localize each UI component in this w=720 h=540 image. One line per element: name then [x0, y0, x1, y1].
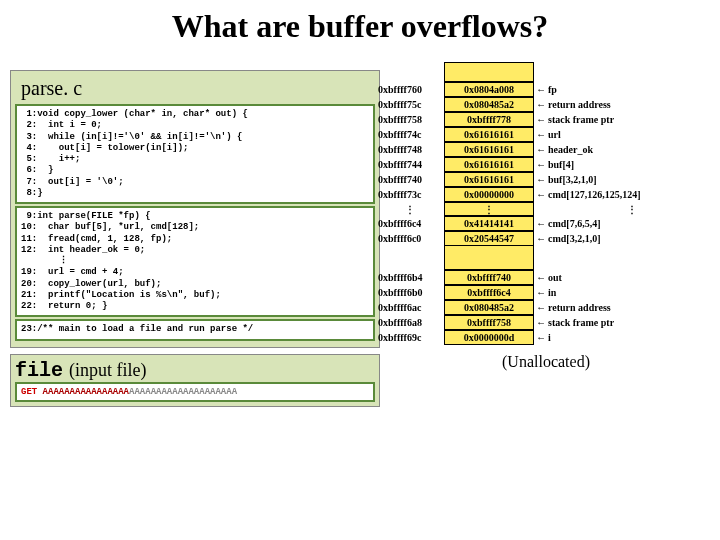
- code-block-2: 9:int parse(FILE *fp) { 10: char buf[5],…: [15, 206, 375, 317]
- arrow-icon: ←: [534, 115, 546, 125]
- arrow-icon: ←: [534, 273, 546, 283]
- stack-addr: 0xbffff75c: [376, 98, 444, 111]
- stack-label: out: [546, 272, 716, 283]
- stack-cell: 0x0000000d: [444, 330, 534, 345]
- stack-label: stack frame ptr: [546, 114, 716, 125]
- stack-label: cmd[3,2,1,0]: [546, 233, 716, 244]
- arrow-icon: ←: [534, 85, 546, 95]
- arrow-icon: ←: [534, 288, 546, 298]
- arrow-icon: ←: [534, 100, 546, 110]
- stack-cell: 0x0804a008: [444, 82, 534, 97]
- stack-addr: 0xbffff6a8: [376, 316, 444, 329]
- stack-cell: 0xbffff758: [444, 315, 534, 330]
- stack-cell: 0xbffff740: [444, 270, 534, 285]
- page-title: What are buffer overflows?: [0, 8, 720, 45]
- stack-addr: ⋮: [376, 206, 444, 213]
- arrow-icon: ←: [534, 318, 546, 328]
- stack-label: cmd[127,126,125,124]: [546, 189, 716, 200]
- stack-label: ⋮: [546, 207, 716, 212]
- stack-addr: 0xbffff760: [376, 83, 444, 96]
- stack-top: [444, 62, 534, 82]
- file-desc: (input file): [69, 360, 146, 381]
- stack-cell: 0xbffff6c4: [444, 285, 534, 300]
- unallocated-label: (Unallocated): [376, 353, 716, 371]
- stack-addr: 0xbffff6b4: [376, 271, 444, 284]
- stack-label: header_ok: [546, 144, 716, 155]
- stack-label: return address: [546, 99, 716, 110]
- stack-cell: 0x61616161: [444, 172, 534, 187]
- stack-cell: 0x61616161: [444, 142, 534, 157]
- stack-cell: 0x080485a2: [444, 300, 534, 315]
- stack-label: fp: [546, 84, 716, 95]
- stack-addr: 0xbffff744: [376, 158, 444, 171]
- stack-addr: 0xbffff748: [376, 143, 444, 156]
- stack-cell: 0x00000000: [444, 187, 534, 202]
- stack-cell: 0x61616161: [444, 157, 534, 172]
- stack-addr: 0xbffff6c4: [376, 217, 444, 230]
- stack-addr: 0xbffff74c: [376, 128, 444, 141]
- stack-addr: 0xbffff6c0: [376, 232, 444, 245]
- arrow-icon: ←: [534, 333, 546, 343]
- right-column: 0xbffff7600x0804a008←fp0xbffff75c0x08048…: [376, 62, 716, 371]
- stack-label: buf[4]: [546, 159, 716, 170]
- arrow-icon: ←: [534, 190, 546, 200]
- stack-addr: 0xbffff69c: [376, 331, 444, 344]
- stack-label: buf[3,2,1,0]: [546, 174, 716, 185]
- stack-label: url: [546, 129, 716, 140]
- stack-addr: 0xbffff73c: [376, 188, 444, 201]
- stack-label: in: [546, 287, 716, 298]
- stack-label: return address: [546, 302, 716, 313]
- arrow-icon: ←: [534, 145, 546, 155]
- code-block-3: 23:/** main to load a file and run parse…: [15, 319, 375, 340]
- stack-cell: 0x41414141: [444, 216, 534, 231]
- stack-cell: 0x080485a2: [444, 97, 534, 112]
- stack-label: cmd[7,6,5,4]: [546, 218, 716, 229]
- stack-diagram: 0xbffff7600x0804a008←fp0xbffff75c0x08048…: [376, 82, 716, 345]
- input-file-content: GET AAAAAAAAAAAAAAAAAAAAAAAAAAAAAAAAAAAA: [15, 382, 375, 402]
- stack-label: i: [546, 332, 716, 343]
- arrow-icon: ←: [534, 303, 546, 313]
- file-panel: file (input file) GET AAAAAAAAAAAAAAAAAA…: [10, 354, 380, 407]
- arrow-icon: ←: [534, 234, 546, 244]
- stack-cell: ⋮: [444, 202, 534, 216]
- stack-label: stack frame ptr: [546, 317, 716, 328]
- arrow-icon: ←: [534, 219, 546, 229]
- file-label: file: [15, 359, 63, 382]
- stack-addr: 0xbffff6b0: [376, 286, 444, 299]
- stack-cell: 0x61616161: [444, 127, 534, 142]
- left-column: parse. c 1:void copy_lower (char* in, ch…: [10, 70, 380, 413]
- parse-label: parse. c: [15, 75, 375, 102]
- stack-cell: 0xbffff778: [444, 112, 534, 127]
- arrow-icon: ←: [534, 175, 546, 185]
- stack-addr: 0xbffff758: [376, 113, 444, 126]
- stack-addr: 0xbffff740: [376, 173, 444, 186]
- arrow-icon: ←: [534, 130, 546, 140]
- stack-addr: 0xbffff6ac: [376, 301, 444, 314]
- code-block-1: 1:void copy_lower (char* in, char* out) …: [15, 104, 375, 204]
- parse-panel: parse. c 1:void copy_lower (char* in, ch…: [10, 70, 380, 348]
- stack-cell: 0x20544547: [444, 231, 534, 246]
- arrow-icon: ←: [534, 160, 546, 170]
